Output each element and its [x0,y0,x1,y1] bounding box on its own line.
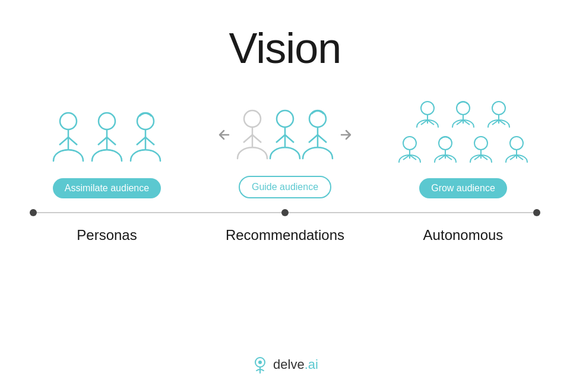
svg-line-14 [243,135,252,143]
column-personas: Assimilate audience [30,93,184,206]
badge-personas: Assimilate audience [53,178,161,198]
column-recommendations: Guide audience [208,90,362,206]
svg-point-4 [99,113,115,129]
svg-point-20 [309,110,326,127]
badge-autonomous: Grow audience [419,178,507,198]
svg-line-15 [252,135,261,143]
svg-point-24 [421,102,434,115]
svg-line-3 [68,137,77,145]
svg-point-32 [492,102,505,115]
footer-brand: delve.ai [273,357,318,372]
svg-point-48 [510,137,523,150]
delve-logo-icon [252,355,268,374]
autonomous-icons [395,99,531,170]
page-title: Vision [229,24,341,72]
columns-container: Assimilate audience [30,90,540,206]
timeline-dot-2 [281,209,289,216]
svg-line-18 [276,135,285,143]
main-content: Assimilate audience [0,90,570,244]
timeline-dot-3 [533,209,540,216]
svg-point-8 [137,113,154,129]
personas-icons [48,105,166,170]
svg-line-23 [318,135,327,143]
label-personas: Personas [30,227,184,244]
icon-area-autonomous [395,93,531,170]
svg-point-12 [244,110,261,127]
svg-line-6 [98,137,107,145]
svg-line-10 [137,137,145,145]
icon-area-personas [48,93,166,170]
timeline-line-1 [37,212,281,213]
footer-brand-accent: .ai [305,357,318,372]
svg-point-16 [277,110,293,127]
icon-area-recommendations [217,90,353,167]
label-recommendations: Recommendations [208,227,362,244]
svg-point-0 [60,113,77,129]
svg-point-53 [258,361,262,364]
svg-line-11 [145,137,154,145]
svg-line-22 [309,135,318,143]
recommendations-icons [217,102,353,167]
svg-line-7 [107,137,116,145]
svg-point-36 [403,137,416,150]
timeline-dot-1 [30,209,37,216]
footer: delve.ai [252,355,318,374]
svg-line-2 [59,137,68,145]
timeline-line-2 [289,212,533,213]
column-autonomous: Grow audience [386,93,540,206]
column-labels: Personas Recommendations Autonomous [30,227,540,244]
svg-point-44 [474,137,487,150]
label-autonomous: Autonomous [386,227,540,244]
timeline [30,209,540,216]
badge-recommendations: Guide audience [239,176,331,198]
svg-line-19 [285,135,294,143]
